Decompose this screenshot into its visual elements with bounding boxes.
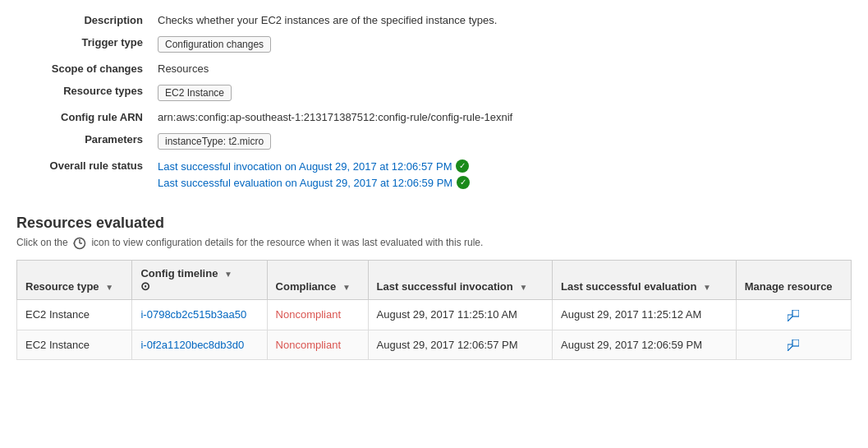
sort-icon-compliance: ▼ [342, 283, 351, 292]
scope-row: Scope of changes Resources [18, 58, 850, 79]
invocation-status-line: Last successful invocation on August 29,… [158, 159, 843, 173]
table-row: EC2 Instancei-0f2a1120bec8db3d0Noncompli… [17, 330, 852, 360]
evaluation-status-line: Last successful evaluation on August 29,… [158, 176, 843, 189]
cell-last-evaluation: August 29, 2017 11:25:12 AM [553, 300, 737, 330]
cell-resource-type: EC2 Instance [17, 330, 132, 360]
config-timeline-link[interactable]: i-0f2a1120bec8db3d0 [140, 339, 244, 351]
table-row: EC2 Instancei-0798cb2c515b3aa50Noncompli… [17, 300, 852, 330]
svg-rect-3 [792, 310, 799, 316]
cell-config-timeline: i-0798cb2c515b3aa50 [132, 300, 267, 330]
overall-rule-status-value: Last successful invocation on August 29,… [151, 155, 850, 196]
description-label: Description [18, 10, 149, 30]
manage-resource-link[interactable] [788, 308, 799, 321]
hint-prefix: Click on the [16, 237, 68, 248]
manage-resource-link[interactable] [788, 339, 799, 351]
table-body: EC2 Instancei-0798cb2c515b3aa50Noncompli… [17, 300, 852, 360]
scope-label: Scope of changes [18, 58, 149, 79]
svg-line-6 [788, 346, 792, 351]
description-row: Description Checks whether your EC2 inst… [18, 10, 850, 30]
cell-manage-resource [736, 300, 851, 330]
th-last-invocation[interactable]: Last successful invocation ▼ [368, 261, 552, 300]
clock-circle-icon [73, 237, 86, 250]
th-resource-type[interactable]: Resource type ▼ [17, 261, 132, 300]
overall-rule-status-row: Overall rule status Last successful invo… [18, 155, 850, 196]
cell-last-evaluation: August 29, 2017 12:06:59 PM [553, 330, 737, 360]
resources-evaluated-title: Resources evaluated [16, 215, 852, 232]
resource-types-value: EC2 Instance [151, 81, 850, 105]
th-compliance[interactable]: Compliance ▼ [267, 261, 368, 300]
parameters-value: instanceType: t2.micro [151, 129, 850, 154]
svg-line-4 [788, 316, 792, 321]
resource-types-label: Resource types [18, 81, 149, 105]
th-last-invocation-label: Last successful invocation [377, 280, 513, 293]
evaluation-check-icon: ✓ [457, 176, 470, 189]
config-rule-arn-label: Config rule ARN [18, 107, 149, 127]
th-manage-resource: Manage resource [736, 261, 851, 300]
resource-types-badge: EC2 Instance [158, 85, 232, 101]
compliance-status: Noncompliant [276, 308, 342, 321]
overall-rule-status-label: Overall rule status [18, 155, 149, 196]
invocation-status-link[interactable]: Last successful invocation on August 29,… [158, 160, 452, 173]
th-last-evaluation-label: Last successful evaluation [561, 280, 696, 293]
cell-last-invocation: August 29, 2017 11:25:10 AM [368, 300, 552, 330]
resources-table: Resource type ▼ Config timeline ▼ ⊙ Comp… [16, 260, 852, 360]
compliance-status: Noncompliant [276, 339, 342, 351]
clock-icon-inline [73, 237, 86, 250]
th-config-timeline[interactable]: Config timeline ▼ ⊙ [132, 261, 267, 300]
config-timeline-link[interactable]: i-0798cb2c515b3aa50 [140, 308, 246, 321]
th-last-evaluation[interactable]: Last successful evaluation ▼ [553, 261, 737, 300]
sort-icon-last-invocation: ▼ [519, 283, 527, 292]
sort-icon-config-timeline: ▼ [224, 270, 232, 279]
cell-compliance: Noncompliant [267, 330, 368, 360]
resources-evaluated-hint: Click on the icon to view configuration … [16, 237, 852, 250]
parameters-badge: instanceType: t2.micro [158, 133, 271, 150]
evaluation-status-link[interactable]: Last successful evaluation on August 29,… [158, 177, 452, 189]
cell-last-invocation: August 29, 2017 12:06:57 PM [368, 330, 552, 360]
resource-types-row: Resource types EC2 Instance [18, 81, 850, 105]
sort-icon-last-evaluation: ▼ [703, 283, 711, 292]
svg-rect-5 [792, 339, 799, 346]
th-compliance-label: Compliance [276, 280, 337, 293]
scope-value: Resources [151, 58, 850, 79]
parameters-label: Parameters [18, 129, 149, 154]
cell-compliance: Noncompliant [267, 300, 368, 330]
th-manage-resource-label: Manage resource [745, 280, 833, 293]
cell-manage-resource [736, 330, 851, 360]
sort-icon-resource-type: ▼ [105, 283, 113, 292]
cell-config-timeline: i-0f2a1120bec8db3d0 [132, 330, 267, 360]
trigger-type-label: Trigger type [18, 32, 149, 57]
hint-suffix: icon to view configuration details for t… [91, 237, 483, 248]
trigger-type-value: Configuration changes [151, 32, 850, 57]
parameters-row: Parameters instanceType: t2.micro [18, 129, 850, 154]
cell-resource-type: EC2 Instance [17, 300, 132, 330]
invocation-check-icon: ✓ [456, 159, 469, 173]
info-table: Description Checks whether your EC2 inst… [16, 8, 852, 198]
config-rule-arn-row: Config rule ARN arn:aws:config:ap-southe… [18, 107, 850, 127]
resources-evaluated-section: Resources evaluated Click on the icon to… [16, 215, 852, 360]
description-value: Checks whether your EC2 instances are of… [151, 10, 850, 30]
external-link-icon [788, 339, 799, 351]
table-header: Resource type ▼ Config timeline ▼ ⊙ Comp… [17, 261, 852, 300]
th-config-timeline-label: Config timeline [140, 267, 218, 279]
trigger-type-badge: Configuration changes [158, 36, 271, 53]
config-rule-arn-value: arn:aws:config:ap-southeast-1:2131713875… [151, 107, 850, 127]
th-resource-type-label: Resource type [25, 280, 99, 293]
config-timeline-sub-icon: ⊙ [140, 279, 150, 293]
trigger-type-row: Trigger type Configuration changes [18, 32, 850, 57]
external-link-icon [788, 310, 799, 321]
